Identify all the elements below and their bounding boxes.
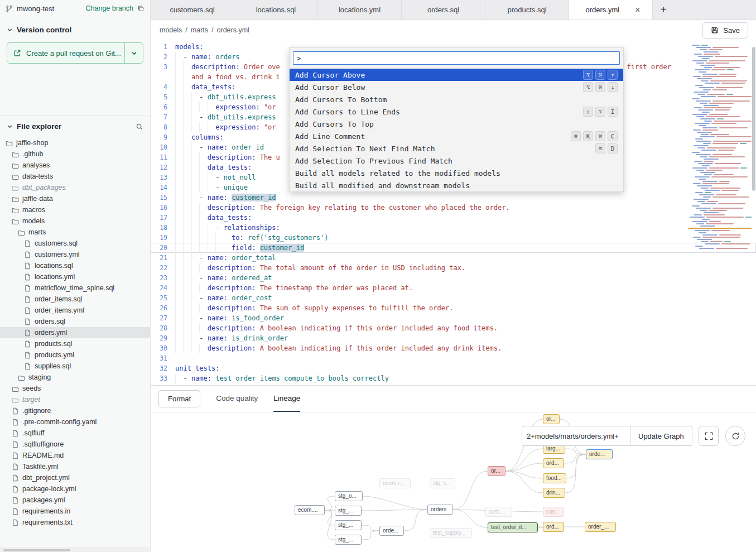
palette-item[interactable]: Add Cursor Above⌥⌘↑ — [290, 69, 623, 81]
chevron-down-icon[interactable] — [7, 27, 13, 33]
lineage-node[interactable]: drin... — [543, 488, 565, 498]
file-tree-item-.sqlfluffignore[interactable]: .sqlfluffignore — [0, 439, 150, 450]
lineage-node[interactable]: stg_o... — [335, 491, 363, 501]
file-tree-item-target[interactable]: target — [0, 394, 150, 405]
file-tree-item-orders.sql[interactable]: orders.sql — [0, 316, 150, 327]
file-tree-item-jaffle-shop[interactable]: jaffle-shop — [0, 137, 150, 148]
file-tree-item-jaffle-data[interactable]: jaffle-data — [0, 193, 150, 204]
scrollbar-thumb[interactable] — [3, 549, 70, 551]
fullscreen-button[interactable] — [699, 426, 719, 446]
file-tree-item-order_items.sql[interactable]: order_items.sql — [0, 294, 150, 305]
tab-orders.yml[interactable]: orders.yml× — [569, 0, 653, 20]
lineage-node[interactable]: ecom.... — [295, 505, 325, 515]
file-tree-item-packages.yml[interactable]: packages.yml — [0, 495, 150, 506]
lineage-node[interactable]: cust.... — [485, 507, 512, 517]
new-tab-button[interactable]: + — [653, 0, 674, 20]
editor-scrollbar-thumb[interactable] — [752, 47, 755, 191]
format-button[interactable]: Format — [158, 390, 200, 407]
file-tree-item-products.yml[interactable]: products.yml — [0, 349, 150, 361]
refresh-button[interactable] — [725, 426, 745, 446]
lineage-node[interactable]: stg_... — [335, 520, 362, 530]
file-tree-item-macros[interactable]: macros — [0, 204, 150, 215]
minimap-line — [688, 201, 752, 202]
change-branch-link[interactable]: Change branch — [86, 4, 133, 12]
file-tree-item-requirements.txt[interactable]: requirements.txt — [0, 517, 150, 528]
lineage-node[interactable]: stg_... — [335, 506, 362, 516]
file-tree-item-.sqlfluff[interactable]: .sqlfluff — [0, 428, 150, 439]
lineage-node[interactable]: orde... — [586, 449, 613, 459]
file-tree-item-customers.yml[interactable]: customers.yml — [0, 249, 150, 260]
palette-item[interactable]: Add Selection To Next Find Match⌘D — [290, 142, 623, 155]
lineage-node[interactable]: stg_c... — [430, 478, 455, 488]
file-tree-item-locations.sql[interactable]: locations.sql — [0, 260, 150, 271]
file-tree-item-order_items.yml[interactable]: order_items.yml — [0, 305, 150, 316]
file-tree-item-requirements.in[interactable]: requirements.in — [0, 506, 150, 517]
file-tree-item-products.sql[interactable]: products.sql — [0, 338, 150, 349]
file-tree-item-package-lock.yml[interactable]: package-lock.yml — [0, 483, 150, 495]
file-tree-item-supplies.sql[interactable]: supplies.sql — [0, 361, 150, 372]
palette-item[interactable]: Build all models related to the modified… — [290, 167, 623, 179]
file-tree-item-marts[interactable]: marts — [0, 227, 150, 238]
file-tree-item-Taskfile.yml[interactable]: Taskfile.yml — [0, 461, 150, 472]
lineage-node[interactable]: orde... — [379, 526, 404, 536]
lineage-node[interactable]: test_supply... — [430, 528, 472, 538]
file-tree-item-orders.yml[interactable]: orders.yml — [0, 327, 150, 338]
file-tree-item-analyses[interactable]: analyses — [0, 160, 150, 171]
lineage-node[interactable]: test_order_it... — [488, 522, 538, 532]
lineage-node[interactable]: ecom.r... — [379, 478, 411, 488]
file-tree-item-customers.sql[interactable]: customers.sql — [0, 238, 150, 249]
tab-locations.yml[interactable]: locations.yml — [318, 0, 402, 20]
palette-item[interactable]: Build all modified and downstream models — [290, 179, 623, 191]
bottom-tab-code-quality[interactable]: Code quality — [216, 386, 258, 412]
lineage-node[interactable]: cus... — [543, 507, 564, 517]
minimap[interactable] — [688, 45, 752, 250]
shortcut-keys: ⇧⌥I — [583, 107, 618, 117]
lineage-node[interactable]: or... — [488, 466, 505, 476]
copy-icon[interactable] — [137, 5, 145, 12]
tab-products.sql[interactable]: products.sql — [485, 0, 569, 20]
lineage-selector-input[interactable] — [522, 426, 630, 446]
lineage-node[interactable]: orders — [427, 505, 453, 515]
lineage-node[interactable]: order_... — [585, 522, 616, 532]
update-graph-button[interactable]: Update Graph — [630, 426, 692, 446]
create-pr-button[interactable]: Create a pull request on Git... — [7, 42, 143, 64]
file-tree-item-dbt_project.yml[interactable]: dbt_project.yml — [0, 472, 150, 483]
tab-orders.sql[interactable]: orders.sql — [402, 0, 485, 20]
lineage-node[interactable]: stg_... — [335, 535, 362, 545]
file-tree-item-.gitignore[interactable]: .gitignore — [0, 405, 150, 416]
minimap-line — [688, 65, 752, 66]
tab-customers.sql[interactable]: customers.sql — [151, 0, 234, 20]
file-tree-item-models[interactable]: models — [0, 215, 150, 227]
chevron-down-icon[interactable] — [7, 123, 13, 129]
palette-item[interactable]: Add Line Comment⌘K⌘C — [290, 130, 623, 142]
save-button[interactable]: Save — [702, 22, 748, 39]
lineage-node[interactable]: or... — [543, 414, 560, 424]
file-tree-item-locations.yml[interactable]: locations.yml — [0, 271, 150, 282]
file-tree-item-.pre-commit-config.yaml[interactable]: .pre-commit-config.yaml — [0, 416, 150, 428]
file-tree-item-dbt_packages[interactable]: dbt_packages — [0, 182, 150, 193]
search-icon[interactable] — [136, 123, 143, 131]
palette-item[interactable]: Add Cursors To Bottom — [290, 93, 623, 105]
file-tree-item-README.md[interactable]: README.md — [0, 450, 150, 461]
file-tree-label: .github — [22, 150, 44, 158]
lineage-node[interactable]: ord... — [543, 522, 564, 532]
lineage-node[interactable]: ord... — [543, 458, 564, 468]
tab-locations.sql[interactable]: locations.sql — [234, 0, 318, 20]
code-editor[interactable]: 1models:2- name: orders3description: Ord… — [151, 40, 756, 385]
close-tab-icon[interactable]: × — [635, 6, 640, 14]
pr-dropdown-caret[interactable] — [124, 43, 143, 63]
lineage-canvas[interactable]: Update Graph ecom....stg_o...stg_...stg_… — [151, 412, 756, 552]
file-tree-item-metricflow_time_spine.sql[interactable]: metricflow_time_spine.sql — [0, 282, 150, 294]
lineage-node[interactable]: food... — [543, 473, 566, 483]
file-tree-item-staging[interactable]: staging — [0, 372, 150, 383]
file-tree-item-data-tests[interactable]: data-tests — [0, 171, 150, 182]
palette-item[interactable]: Add Cursor Below⌥⌘↓ — [290, 81, 623, 93]
bottom-tab-lineage[interactable]: Lineage — [273, 386, 300, 412]
command-palette-input[interactable] — [293, 51, 620, 65]
palette-item[interactable]: Add Selection To Previous Find Match — [290, 155, 623, 167]
sidebar-horizontal-scrollbar[interactable] — [0, 548, 150, 552]
palette-item[interactable]: Add Cursors To Top — [290, 118, 623, 130]
file-tree-item-.github[interactable]: .github — [0, 148, 150, 160]
file-tree-item-seeds[interactable]: seeds — [0, 383, 150, 394]
palette-item[interactable]: Add Cursors to Line Ends⇧⌥I — [290, 105, 623, 118]
